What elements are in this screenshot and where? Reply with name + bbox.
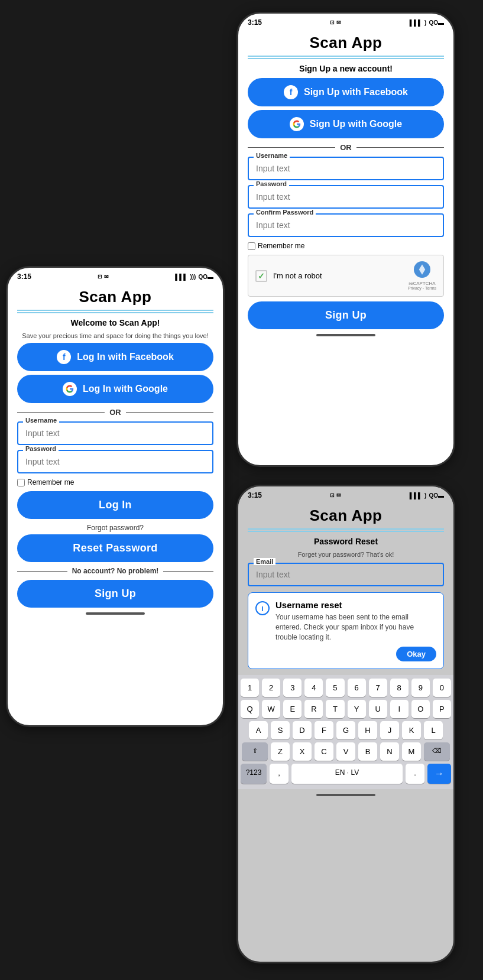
key-h[interactable]: H <box>358 721 377 739</box>
key-g[interactable]: G <box>336 721 355 739</box>
key-k[interactable]: K <box>402 721 421 739</box>
battery-icon-2: QO▬ <box>429 20 444 26</box>
signup-facebook-button[interactable]: f Sign Up with Facebook <box>248 78 444 106</box>
facebook-icon-signup: f <box>284 85 298 99</box>
key-s[interactable]: S <box>271 721 290 739</box>
signup-remember-checkbox[interactable] <box>248 242 255 250</box>
login-facebook-button[interactable]: f Log In with Facebook <box>17 343 213 371</box>
key-j[interactable]: J <box>380 721 399 739</box>
key-m[interactable]: M <box>402 742 421 761</box>
calendar-icon-3: ⊡ <box>330 492 335 498</box>
key-b[interactable]: B <box>358 742 377 761</box>
numbers-key[interactable]: ?123 <box>241 764 267 784</box>
recaptcha-box[interactable]: ✓ I'm not a robot reCAPTCHA Privacy - Te… <box>248 255 444 297</box>
key-2[interactable]: 2 <box>262 679 280 697</box>
status-notch-reset: ⊡ ✉ <box>330 492 341 498</box>
signup-button[interactable]: Sign Up <box>248 301 444 329</box>
login-button[interactable]: Log In <box>17 491 213 519</box>
key-d[interactable]: D <box>293 721 312 739</box>
key-l[interactable]: L <box>424 721 443 739</box>
okay-button[interactable]: Okay <box>396 647 436 661</box>
login-facebook-label: Log In with Facebook <box>77 352 174 362</box>
key-x[interactable]: X <box>293 742 312 761</box>
key-a[interactable]: A <box>249 721 268 739</box>
signup-or-divider: OR <box>248 143 444 152</box>
status-time-reset: 3:15 <box>248 491 262 499</box>
status-bar-reset: 3:15 ⊡ ✉ ▌▌▌ ) QO▬ <box>238 486 453 502</box>
login-password-field: Password <box>17 450 213 473</box>
key-p[interactable]: P <box>433 700 451 718</box>
message-icon: ✉ <box>104 274 109 280</box>
recaptcha-check: ✓ <box>255 270 267 282</box>
key-6[interactable]: 6 <box>348 679 366 697</box>
key-c[interactable]: C <box>315 742 333 761</box>
shift-key[interactable]: ⇧ <box>242 742 268 761</box>
key-4[interactable]: 4 <box>304 679 323 697</box>
key-o[interactable]: O <box>411 700 430 718</box>
wifi-icon-3: ) <box>424 492 426 499</box>
login-username-label: Username <box>23 417 59 424</box>
reset-password-button[interactable]: Reset Password <box>17 534 213 562</box>
key-f[interactable]: F <box>315 721 333 739</box>
status-icons-reset: ▌▌▌ ) QO▬ <box>410 492 444 499</box>
status-icons-login: ▌▌▌ ))) QO▬ <box>175 274 213 280</box>
no-account-line-left <box>17 571 67 572</box>
login-username-input[interactable] <box>17 421 213 445</box>
login-google-label: Log In with Google <box>83 384 168 394</box>
signup-button-from-login[interactable]: Sign Up <box>17 580 213 608</box>
reset-app-title: Scan App <box>238 502 453 527</box>
signup-password-input[interactable] <box>248 185 444 209</box>
period-key[interactable]: . <box>406 764 424 784</box>
key-q[interactable]: Q <box>241 700 259 718</box>
enter-key[interactable]: → <box>427 764 451 784</box>
signup-username-label: Username <box>254 152 290 159</box>
wifi-icon: ))) <box>190 274 196 280</box>
key-t[interactable]: T <box>326 700 344 718</box>
signup-google-button[interactable]: Sign Up with Google <box>248 110 444 138</box>
comma-key[interactable]: , <box>270 764 288 784</box>
battery-icon-3: QO▬ <box>429 492 444 499</box>
title-divider-top-reset <box>248 528 444 530</box>
signup-username-input[interactable] <box>248 157 444 180</box>
key-8[interactable]: 8 <box>390 679 409 697</box>
key-r[interactable]: R <box>304 700 323 718</box>
key-w[interactable]: W <box>262 700 280 718</box>
signup-username-field: Username <box>248 157 444 180</box>
login-phone: 3:15 ⊡ ✉ ▌▌▌ ))) QO▬ Scan App Welcome to… <box>6 266 225 727</box>
signup-confirm-input[interactable] <box>248 213 444 237</box>
or-line-right-2 <box>356 147 444 148</box>
login-google-button[interactable]: Log In with Google <box>17 375 213 403</box>
key-n[interactable]: N <box>380 742 399 761</box>
key-5[interactable]: 5 <box>326 679 344 697</box>
login-remember-checkbox[interactable] <box>17 479 25 486</box>
keyboard-row-z: ⇧ Z X C V B N M ⌫ <box>241 742 451 761</box>
or-line-right <box>126 412 213 413</box>
key-e[interactable]: E <box>283 700 302 718</box>
key-v[interactable]: V <box>336 742 355 761</box>
key-i[interactable]: I <box>390 700 409 718</box>
key-z[interactable]: Z <box>271 742 290 761</box>
message-icon-2: ✉ <box>336 20 341 25</box>
or-line-left-2 <box>248 147 335 148</box>
key-1[interactable]: 1 <box>241 679 259 697</box>
space-key[interactable]: EN · LV <box>291 764 403 784</box>
status-icons-signup: ▌▌▌ ) QO▬ <box>410 20 444 26</box>
key-9[interactable]: 9 <box>411 679 430 697</box>
reset-email-input[interactable] <box>248 563 444 586</box>
key-7[interactable]: 7 <box>369 679 387 697</box>
reset-phone: 3:15 ⊡ ✉ ▌▌▌ ) QO▬ Scan App Password Res… <box>236 485 455 963</box>
login-password-input[interactable] <box>17 450 213 473</box>
key-u[interactable]: U <box>369 700 387 718</box>
key-y[interactable]: Y <box>348 700 366 718</box>
signup-password-label: Password <box>254 180 289 187</box>
recaptcha-left: ✓ I'm not a robot <box>255 270 322 282</box>
reset-email-label: Email <box>254 558 275 565</box>
message-icon-3: ✉ <box>336 492 341 498</box>
delete-key[interactable]: ⌫ <box>424 742 450 761</box>
key-0[interactable]: 0 <box>433 679 451 697</box>
key-3[interactable]: 3 <box>283 679 302 697</box>
signup-confirm-field: Confirm Password <box>248 213 444 237</box>
okay-button-label: Okay <box>407 650 426 658</box>
google-icon-signup <box>290 117 304 131</box>
login-button-label: Log In <box>99 499 132 511</box>
